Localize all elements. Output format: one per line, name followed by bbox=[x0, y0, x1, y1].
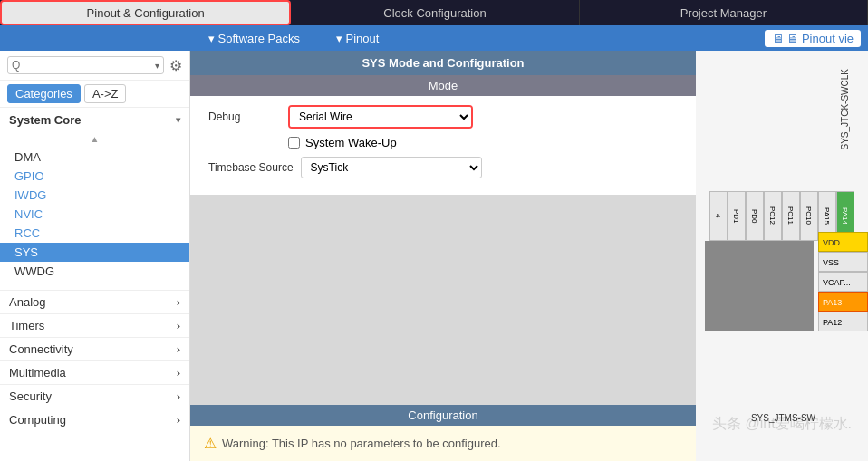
configuration-header: Configuration bbox=[190, 405, 696, 426]
sidebar-item-nvic[interactable]: NVIC bbox=[0, 205, 189, 224]
pinout-label: ▾ Pinout bbox=[336, 32, 379, 45]
pin-pc10[interactable]: PC10 bbox=[800, 191, 818, 241]
sidebar-item-connectivity[interactable]: Connectivity › bbox=[0, 337, 189, 360]
pin-pc11[interactable]: PC11 bbox=[782, 191, 800, 241]
software-packs-button[interactable]: ▾ Software Packs bbox=[190, 32, 318, 45]
timebase-select[interactable]: SysTick TIM1 TIM2 bbox=[301, 157, 482, 178]
chevron-right-icon: › bbox=[177, 319, 180, 332]
warning-icon: ⚠ bbox=[204, 435, 217, 452]
chevron-right-icon: › bbox=[177, 342, 180, 356]
pin-vss[interactable]: VSS bbox=[818, 252, 868, 272]
config-body: Debug Serial Wire No Debug Trace Asynchr… bbox=[190, 96, 696, 195]
pinout-button[interactable]: ▾ Pinout bbox=[318, 32, 397, 45]
category-sections: Analog › Timers › Connectivity › Multime… bbox=[0, 290, 189, 431]
debug-select-container: Serial Wire No Debug Trace Asynchronous … bbox=[288, 105, 473, 129]
sidebar-item-wwdg[interactable]: WWDG bbox=[0, 262, 189, 281]
filter-tab-categories[interactable]: Categories bbox=[7, 84, 81, 103]
config-panel: SYS Mode and Configuration Mode Debug Se… bbox=[190, 51, 696, 195]
pin-pc12[interactable]: PC12 bbox=[764, 191, 782, 241]
pin-pa13[interactable]: PA13 bbox=[818, 292, 868, 312]
top-navigation: Pinout & Configuration Clock Configurati… bbox=[0, 0, 868, 25]
timebase-row: Timebase Source SysTick TIM1 TIM2 bbox=[208, 157, 678, 178]
tab-project[interactable]: Project Manager bbox=[580, 0, 868, 25]
search-container[interactable]: ▾ bbox=[7, 56, 164, 74]
sidebar-item-gpio[interactable]: GPIO bbox=[0, 167, 189, 186]
filter-tabs: Categories A->Z bbox=[0, 81, 189, 108]
chevron-right-icon: › bbox=[177, 295, 180, 309]
sidebar-item-iwdg[interactable]: IWDG bbox=[0, 186, 189, 205]
sidebar-item-computing[interactable]: Computing › bbox=[0, 408, 189, 431]
sidebar-item-rcc[interactable]: RCC bbox=[0, 224, 189, 243]
chevron-down-icon: ▾ bbox=[176, 115, 180, 125]
chevron-right-icon: › bbox=[177, 366, 180, 379]
sidebar-item-sys[interactable]: SYS bbox=[0, 243, 189, 262]
pin-vcap[interactable]: VCAP... bbox=[818, 272, 868, 292]
system-core-label: System Core bbox=[9, 113, 81, 127]
gray-spacer bbox=[190, 195, 696, 396]
debug-row: Debug Serial Wire No Debug Trace Asynchr… bbox=[208, 105, 678, 129]
system-core-items: DMA GPIO IWDG NVIC RCC SYS WWDG bbox=[0, 146, 189, 283]
sidebar-item-analog[interactable]: Analog › bbox=[0, 290, 189, 313]
pin-pd1[interactable]: PD1 bbox=[728, 191, 746, 241]
pinout-view-label: 🖥 Pinout vie bbox=[786, 32, 854, 45]
gear-icon[interactable]: ⚙ bbox=[169, 57, 182, 74]
pinout-tab-label: Pinout & Configuration bbox=[87, 6, 205, 20]
pin-pd0[interactable]: PD0 bbox=[746, 191, 764, 241]
right-side-pins: VDD VSS VCAP... PA13 PA12 bbox=[818, 232, 868, 331]
sys-jtck-label: SYS_JTCK-SWCLK bbox=[840, 69, 850, 149]
search-dropdown-icon[interactable]: ▾ bbox=[155, 61, 159, 71]
clock-tab-label: Clock Configuration bbox=[383, 6, 486, 20]
sidebar-item-timers[interactable]: Timers › bbox=[0, 313, 189, 337]
chip-body bbox=[705, 241, 814, 331]
pin-4[interactable]: 4 bbox=[709, 191, 728, 241]
chevron-right-icon: › bbox=[177, 413, 180, 427]
timebase-label: Timebase Source bbox=[208, 161, 294, 174]
warning-box: ⚠ Warning: This IP has no parameters to … bbox=[190, 426, 696, 461]
configuration-section: Configuration ⚠ Warning: This IP has no … bbox=[190, 396, 696, 461]
wake-up-row: System Wake-Up bbox=[208, 136, 678, 149]
system-wakeup-label: System Wake-Up bbox=[305, 136, 397, 149]
expand-indicator: ▲ bbox=[0, 132, 189, 146]
search-bar: ▾ ⚙ bbox=[0, 51, 189, 81]
software-packs-label: ▾ Software Packs bbox=[208, 32, 300, 45]
debug-select[interactable]: Serial Wire No Debug Trace Asynchronous … bbox=[290, 107, 471, 127]
system-wakeup-checkbox[interactable] bbox=[288, 137, 300, 149]
tab-pinout[interactable]: Pinout & Configuration bbox=[0, 0, 291, 25]
config-title: SYS Mode and Configuration bbox=[190, 51, 696, 75]
filter-tab-az[interactable]: A->Z bbox=[84, 84, 127, 103]
monitor-icon: 🖥 bbox=[772, 32, 784, 45]
mode-header: Mode bbox=[190, 75, 696, 96]
pinout-view-button[interactable]: 🖥 🖥 Pinout vie bbox=[765, 30, 861, 47]
chip-container: SYS_JTCK-SWCLK 4 PD1 PD0 PC12 PC11 PC10 … bbox=[696, 51, 868, 461]
pin-pa12[interactable]: PA12 bbox=[818, 312, 868, 331]
categories-tab-label: Categories bbox=[15, 87, 72, 101]
debug-label: Debug bbox=[208, 110, 281, 123]
chip-visualization: SYS_JTCK-SWCLK 4 PD1 PD0 PC12 PC11 PC10 … bbox=[696, 51, 868, 461]
middle-content: SYS Mode and Configuration Mode Debug Se… bbox=[190, 51, 696, 461]
warning-text: Warning: This IP has no parameters to be… bbox=[222, 437, 501, 450]
project-tab-label: Project Manager bbox=[680, 6, 767, 20]
expand-dots: ▲ bbox=[91, 134, 100, 144]
sidebar-item-security[interactable]: Security › bbox=[0, 384, 189, 408]
az-tab-label: A->Z bbox=[92, 87, 119, 101]
sidebar-item-dma[interactable]: DMA bbox=[0, 148, 189, 167]
system-core-section[interactable]: System Core ▾ bbox=[0, 108, 189, 132]
search-input[interactable] bbox=[12, 59, 155, 72]
chevron-right-icon: › bbox=[177, 389, 180, 403]
pin-vdd[interactable]: VDD bbox=[818, 232, 868, 252]
sidebar-item-multimedia[interactable]: Multimedia › bbox=[0, 360, 189, 384]
tab-clock[interactable]: Clock Configuration bbox=[291, 0, 579, 25]
sys-jtms-label: SYS_JTMS-SW bbox=[751, 413, 815, 423]
sidebar: ▾ ⚙ Categories A->Z System Core ▾ ▲ DMA … bbox=[0, 51, 190, 461]
